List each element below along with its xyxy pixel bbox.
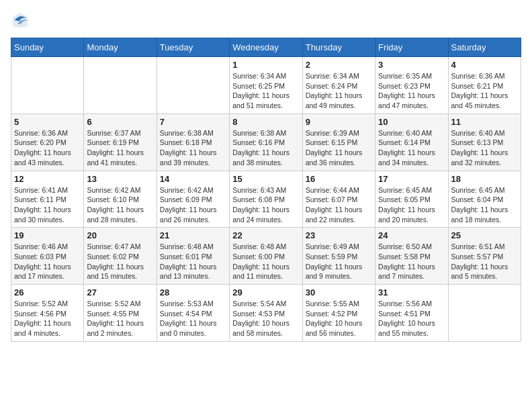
day-number: 21: [160, 230, 226, 240]
day-info: Sunrise: 6:40 AM Sunset: 6:14 PM Dayligh…: [378, 128, 445, 168]
day-of-week-header: Wednesday: [230, 38, 302, 57]
calendar-week-row: 1Sunrise: 6:34 AM Sunset: 6:25 PM Daylig…: [11, 57, 521, 114]
day-info: Sunrise: 6:36 AM Sunset: 6:21 PM Dayligh…: [451, 71, 518, 111]
day-number: 26: [14, 287, 81, 298]
day-info: Sunrise: 5:55 AM Sunset: 4:52 PM Dayligh…: [306, 299, 372, 338]
day-info: Sunrise: 6:34 AM Sunset: 6:24 PM Dayligh…: [306, 71, 372, 111]
calendar-cell: 16Sunrise: 6:44 AM Sunset: 6:07 PM Dayli…: [302, 171, 375, 228]
day-info: Sunrise: 6:46 AM Sunset: 6:03 PM Dayligh…: [14, 242, 81, 281]
calendar-week-row: 19Sunrise: 6:46 AM Sunset: 6:03 PM Dayli…: [11, 228, 521, 285]
day-info: Sunrise: 6:47 AM Sunset: 6:02 PM Dayligh…: [87, 242, 153, 281]
day-info: Sunrise: 5:52 AM Sunset: 4:56 PM Dayligh…: [14, 299, 81, 338]
day-number: 24: [378, 230, 445, 240]
day-info: Sunrise: 6:35 AM Sunset: 6:23 PM Dayligh…: [378, 71, 445, 111]
day-info: Sunrise: 6:44 AM Sunset: 6:07 PM Dayligh…: [306, 185, 372, 225]
calendar-cell: 3Sunrise: 6:35 AM Sunset: 6:23 PM Daylig…: [375, 57, 448, 114]
day-info: Sunrise: 6:38 AM Sunset: 6:18 PM Dayligh…: [160, 128, 226, 168]
day-number: 13: [87, 174, 153, 184]
calendar-cell: 27Sunrise: 5:52 AM Sunset: 4:55 PM Dayli…: [84, 285, 157, 342]
day-info: Sunrise: 6:50 AM Sunset: 5:58 PM Dayligh…: [378, 242, 445, 281]
logo-icon: [11, 11, 30, 30]
calendar-cell: 17Sunrise: 6:45 AM Sunset: 6:05 PM Dayli…: [375, 171, 448, 228]
calendar-cell: 28Sunrise: 5:53 AM Sunset: 4:54 PM Dayli…: [157, 285, 229, 342]
calendar-cell: [448, 285, 521, 342]
day-info: Sunrise: 6:51 AM Sunset: 5:57 PM Dayligh…: [451, 242, 518, 281]
calendar-cell: 22Sunrise: 6:48 AM Sunset: 6:00 PM Dayli…: [230, 228, 302, 285]
day-number: 15: [232, 174, 299, 184]
day-info: Sunrise: 6:40 AM Sunset: 6:13 PM Dayligh…: [451, 128, 518, 168]
day-number: 29: [232, 287, 299, 298]
day-info: Sunrise: 5:54 AM Sunset: 4:53 PM Dayligh…: [232, 299, 299, 338]
day-info: Sunrise: 6:39 AM Sunset: 6:15 PM Dayligh…: [306, 128, 372, 168]
calendar-cell: 21Sunrise: 6:48 AM Sunset: 6:01 PM Dayli…: [157, 228, 229, 285]
calendar-cell: 15Sunrise: 6:43 AM Sunset: 6:08 PM Dayli…: [230, 171, 302, 228]
calendar-cell: 1Sunrise: 6:34 AM Sunset: 6:25 PM Daylig…: [230, 57, 302, 114]
calendar-cell: 7Sunrise: 6:38 AM Sunset: 6:18 PM Daylig…: [157, 113, 229, 171]
calendar-cell: 13Sunrise: 6:42 AM Sunset: 6:10 PM Dayli…: [84, 171, 157, 228]
calendar-cell: 9Sunrise: 6:39 AM Sunset: 6:15 PM Daylig…: [302, 113, 375, 171]
day-info: Sunrise: 6:49 AM Sunset: 5:59 PM Dayligh…: [306, 242, 372, 281]
calendar-cell: [84, 57, 157, 114]
calendar-cell: 8Sunrise: 6:38 AM Sunset: 6:16 PM Daylig…: [230, 113, 302, 171]
day-number: 7: [160, 117, 226, 127]
day-number: 3: [378, 60, 445, 70]
calendar-cell: 18Sunrise: 6:45 AM Sunset: 6:04 PM Dayli…: [448, 171, 521, 228]
calendar-cell: 24Sunrise: 6:50 AM Sunset: 5:58 PM Dayli…: [375, 228, 448, 285]
day-number: 6: [87, 117, 153, 127]
day-number: 28: [160, 287, 226, 298]
calendar-cell: 30Sunrise: 5:55 AM Sunset: 4:52 PM Dayli…: [302, 285, 375, 342]
day-number: 11: [451, 117, 518, 127]
day-of-week-header: Saturday: [448, 38, 521, 57]
day-number: 4: [451, 60, 518, 70]
day-info: Sunrise: 5:53 AM Sunset: 4:54 PM Dayligh…: [160, 299, 226, 338]
day-number: 27: [87, 287, 153, 298]
day-info: Sunrise: 6:38 AM Sunset: 6:16 PM Dayligh…: [232, 128, 299, 168]
calendar-cell: 2Sunrise: 6:34 AM Sunset: 6:24 PM Daylig…: [302, 57, 375, 114]
day-number: 1: [232, 60, 299, 70]
calendar-cell: 10Sunrise: 6:40 AM Sunset: 6:14 PM Dayli…: [375, 113, 448, 171]
day-number: 31: [378, 287, 445, 298]
day-number: 17: [378, 174, 445, 184]
calendar-cell: 5Sunrise: 6:36 AM Sunset: 6:20 PM Daylig…: [11, 113, 84, 171]
day-of-week-header: Friday: [375, 38, 448, 57]
day-of-week-header: Thursday: [302, 38, 375, 57]
calendar-cell: 29Sunrise: 5:54 AM Sunset: 4:53 PM Dayli…: [230, 285, 302, 342]
day-number: 14: [160, 174, 226, 184]
calendar-cell: 20Sunrise: 6:47 AM Sunset: 6:02 PM Dayli…: [84, 228, 157, 285]
calendar-week-row: 12Sunrise: 6:41 AM Sunset: 6:11 PM Dayli…: [11, 171, 521, 228]
day-of-week-header: Monday: [84, 38, 157, 57]
day-number: 16: [306, 174, 372, 184]
day-number: 20: [87, 230, 153, 240]
day-number: 12: [14, 174, 81, 184]
calendar-cell: [157, 57, 229, 114]
day-info: Sunrise: 6:37 AM Sunset: 6:19 PM Dayligh…: [87, 128, 153, 168]
day-info: Sunrise: 6:36 AM Sunset: 6:20 PM Dayligh…: [14, 128, 81, 168]
day-number: 10: [378, 117, 445, 127]
logo: [11, 11, 32, 30]
calendar-week-row: 5Sunrise: 6:36 AM Sunset: 6:20 PM Daylig…: [11, 113, 521, 171]
day-info: Sunrise: 6:34 AM Sunset: 6:25 PM Dayligh…: [232, 71, 299, 111]
day-number: 22: [232, 230, 299, 240]
day-of-week-header: Tuesday: [157, 38, 229, 57]
day-number: 9: [306, 117, 372, 127]
page-header: [11, 11, 521, 30]
day-info: Sunrise: 6:42 AM Sunset: 6:09 PM Dayligh…: [160, 185, 226, 225]
day-number: 19: [14, 230, 81, 240]
calendar-cell: 26Sunrise: 5:52 AM Sunset: 4:56 PM Dayli…: [11, 285, 84, 342]
day-info: Sunrise: 6:42 AM Sunset: 6:10 PM Dayligh…: [87, 185, 153, 225]
day-info: Sunrise: 5:52 AM Sunset: 4:55 PM Dayligh…: [87, 299, 153, 338]
calendar-cell: 12Sunrise: 6:41 AM Sunset: 6:11 PM Dayli…: [11, 171, 84, 228]
day-number: 23: [306, 230, 372, 240]
day-number: 8: [232, 117, 299, 127]
calendar-cell: 4Sunrise: 6:36 AM Sunset: 6:21 PM Daylig…: [448, 57, 521, 114]
day-number: 25: [451, 230, 518, 240]
day-info: Sunrise: 6:48 AM Sunset: 6:00 PM Dayligh…: [232, 242, 299, 281]
day-number: 2: [306, 60, 372, 70]
calendar-header-row: SundayMondayTuesdayWednesdayThursdayFrid…: [11, 38, 521, 57]
day-info: Sunrise: 6:48 AM Sunset: 6:01 PM Dayligh…: [160, 242, 226, 281]
calendar-cell: 6Sunrise: 6:37 AM Sunset: 6:19 PM Daylig…: [84, 113, 157, 171]
day-info: Sunrise: 6:45 AM Sunset: 6:04 PM Dayligh…: [451, 185, 518, 225]
day-of-week-header: Sunday: [11, 38, 84, 57]
day-info: Sunrise: 5:56 AM Sunset: 4:51 PM Dayligh…: [378, 299, 445, 338]
day-number: 5: [14, 117, 81, 127]
